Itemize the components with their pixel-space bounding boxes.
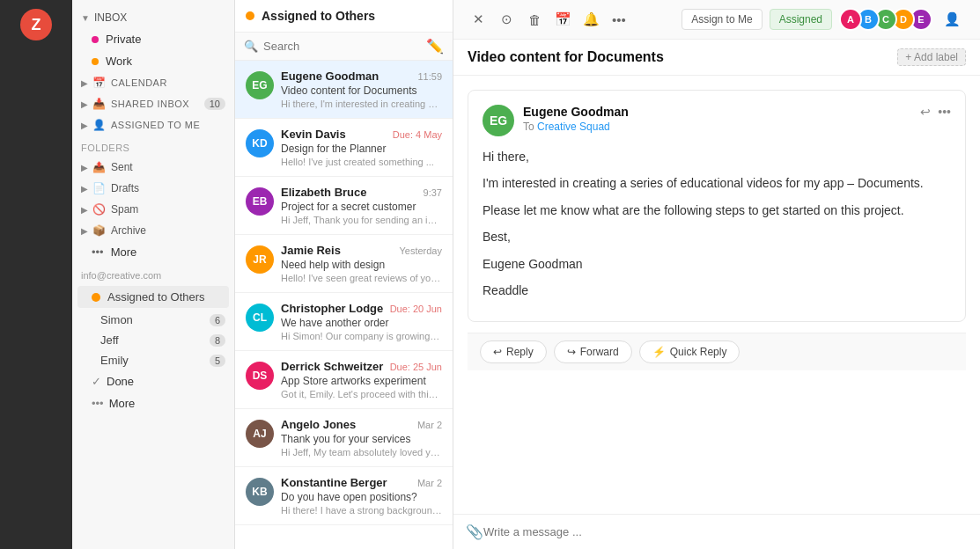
email-top: Christopher Lodge Due: 20 Jun	[281, 302, 442, 315]
email-sender: Konstantine Berger	[281, 476, 387, 489]
private-label: Private	[106, 33, 141, 46]
private-dot	[92, 36, 99, 43]
compose-icon[interactable]: ✏️	[426, 38, 444, 55]
spam-arrow: ▶	[81, 205, 88, 215]
add-label-button[interactable]: + Add label	[897, 48, 966, 66]
simon-label: Simon	[100, 313, 133, 326]
email-sender: Elizabeth Bruce	[281, 186, 367, 199]
nav-more[interactable]: ••• More	[72, 241, 234, 263]
drafts-icon: 📄	[92, 182, 106, 194]
email-top: Elizabeth Bruce 9:37	[281, 186, 442, 199]
email-item[interactable]: EG Eugene Goodman 11:59 Video content fo…	[235, 61, 453, 119]
quick-reply-icon: ⚡	[652, 346, 666, 358]
spam-icon: 🚫	[92, 203, 106, 216]
email-avatar: AJ	[246, 420, 274, 448]
calendar-section[interactable]: ▶ 📅 CALENDAR	[72, 72, 234, 93]
email-preview: Hi Jeff, My team absolutely loved yo ...	[281, 447, 442, 458]
email-top: Jamie Reis Yesterday	[281, 244, 442, 257]
email-avatar: JR	[246, 245, 274, 274]
msg-actions: ↩ •••	[913, 105, 951, 119]
msg-header: EG Eugene Goodman To Creative Squad ↩ ••…	[483, 105, 951, 136]
nav-panel: ▼ INBOX Private Work ▶ 📅 CALENDAR ▶ 📥 SH…	[72, 0, 235, 549]
delete-icon[interactable]: 🗑	[522, 7, 547, 32]
email-avatar: KB	[246, 478, 274, 506]
sent-section[interactable]: ▶ 📤 Sent	[72, 157, 234, 178]
reply-button[interactable]: ↩ Reply	[480, 340, 547, 363]
email-preview: Hi Simon! Our company is growing, so ...	[281, 331, 442, 341]
msg-body-line2: Please let me know what are the followin…	[483, 201, 951, 220]
status-icon[interactable]: ⊙	[494, 7, 519, 32]
reply-inline-icon[interactable]: ↩	[920, 105, 931, 119]
nav-sub-emily[interactable]: Emily 5	[72, 350, 234, 370]
profile-icon[interactable]: 👤	[939, 7, 964, 32]
to-label: To	[523, 121, 534, 133]
quick-reply-button[interactable]: ⚡ Quick Reply	[639, 340, 741, 363]
emily-badge: 5	[210, 355, 225, 367]
nav-private[interactable]: Private	[72, 28, 234, 50]
more2-icon: •••	[92, 397, 104, 410]
email-list: Assigned to Others 🔍 ✏️ EG Eugene Goodma…	[235, 0, 453, 549]
msg-greeting: Hi there,	[483, 147, 951, 166]
email-detail: ✕ ⊙ 🗑 📅 🔔 ••• Assign to Me Assigned ABCD…	[453, 0, 980, 549]
close-icon[interactable]: ✕	[466, 7, 490, 32]
more-icon: •••	[92, 245, 104, 259]
reply-icon: ↩	[493, 346, 502, 358]
more-actions-icon[interactable]: •••	[607, 7, 631, 32]
archive-section[interactable]: ▶ 📦 Archive	[72, 220, 234, 241]
nav-sub-jeff[interactable]: Jeff 8	[72, 330, 234, 350]
email-sender: Angelo Jones	[281, 418, 356, 431]
work-label: Work	[106, 55, 132, 68]
email-item[interactable]: AJ Angelo Jones Mar 2 Thank you for your…	[235, 409, 453, 467]
email-item[interactable]: KB Konstantine Berger Mar 2 Do you have …	[235, 467, 453, 525]
done-icon: ✓	[92, 375, 101, 388]
assigned-to-me-label: ASSIGNED TO ME	[111, 120, 200, 130]
nav-done[interactable]: ✓ Done	[72, 370, 234, 392]
msg-sender-name: Eugene Goodman	[523, 105, 913, 119]
to-address[interactable]: Creative Squad	[537, 121, 610, 133]
email-sender: Kevin Davis	[281, 128, 346, 141]
inbox-section[interactable]: ▼ INBOX	[72, 7, 234, 28]
msg-more-icon[interactable]: •••	[938, 105, 951, 119]
nav-sub-simon[interactable]: Simon 6	[72, 310, 234, 330]
search-input[interactable]	[263, 40, 419, 53]
email-item[interactable]: CL Christopher Lodge Due: 20 Jun We have…	[235, 293, 453, 351]
email-time: Due: 4 May	[393, 129, 442, 140]
assigned-to-me-section[interactable]: ▶ 👤 ASSIGNED TO ME	[72, 114, 234, 135]
email-item[interactable]: DS Derrick Schweitzer Due: 25 Jun App St…	[235, 351, 453, 409]
simon-badge: 6	[210, 314, 225, 326]
email-sender: Jamie Reis	[281, 244, 341, 257]
bell-icon[interactable]: 🔔	[578, 7, 603, 32]
email-preview: Hi Jeff, Thank you for sending an invoic…	[281, 215, 442, 225]
email-content: Angelo Jones Mar 2 Thank you for your se…	[281, 418, 442, 458]
compose-input[interactable]	[483, 525, 968, 538]
app-logo[interactable]: Z	[20, 9, 52, 40]
shared-inbox-section[interactable]: ▶ 📥 SHARED INBOX 10	[72, 93, 234, 114]
snooze-icon[interactable]: 📅	[550, 7, 575, 32]
nav-work[interactable]: Work	[72, 50, 234, 72]
email-item[interactable]: KD Kevin Davis Due: 4 May Design for the…	[235, 119, 453, 177]
sent-arrow: ▶	[81, 163, 88, 172]
done-label: Done	[107, 375, 134, 388]
email-item[interactable]: JR Jamie Reis Yesterday Need help with d…	[235, 235, 453, 293]
detail-toolbar: ✕ ⊙ 🗑 📅 🔔 ••• Assign to Me Assigned ABCD…	[453, 0, 980, 40]
detail-subject: Video content for Documents	[468, 49, 897, 65]
attach-icon[interactable]: 📎	[466, 523, 483, 540]
forward-button[interactable]: ↪ Forward	[554, 340, 632, 363]
email-body-area: EG Eugene Goodman To Creative Squad ↩ ••…	[453, 76, 980, 514]
more2-label: More	[109, 397, 136, 410]
msg-sign-company: Readdle	[483, 281, 951, 300]
email-item[interactable]: EB Elizabeth Bruce 9:37 Project for a se…	[235, 177, 453, 235]
nav-more2[interactable]: ••• More	[72, 392, 234, 414]
assign-to-me-button[interactable]: Assign to Me	[682, 9, 762, 30]
reply-buttons: ↩ Reply ↪ Forward ⚡ Quick Reply	[480, 340, 740, 363]
forward-icon: ↪	[567, 346, 576, 358]
drafts-section[interactable]: ▶ 📄 Drafts	[72, 178, 234, 199]
email-sender: Derrick Schweitzer	[281, 360, 383, 373]
email-preview: Hi there! I have a strong background ...	[281, 505, 442, 516]
email-content: Kevin Davis Due: 4 May Design for the Pl…	[281, 128, 442, 167]
spam-section[interactable]: ▶ 🚫 Spam	[72, 199, 234, 220]
email-content: Konstantine Berger Mar 2 Do you have ope…	[281, 476, 442, 516]
msg-to: To Creative Squad	[523, 121, 913, 133]
email-top: Eugene Goodman 11:59	[281, 70, 442, 83]
nav-assigned-others[interactable]: Assigned to Others	[77, 286, 229, 308]
